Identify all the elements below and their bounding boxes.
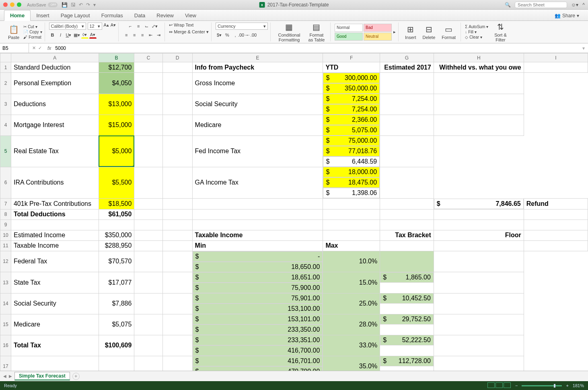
row-header[interactable]: 3 — [0, 94, 11, 115]
cell-B12[interactable]: $70,570 — [99, 251, 134, 272]
decrease-font-icon[interactable]: A▾ — [111, 23, 116, 30]
undo-icon[interactable]: ↶ — [79, 2, 83, 8]
cell-C4[interactable] — [134, 115, 162, 135]
cell-I14[interactable] — [434, 293, 524, 314]
cell-D13[interactable] — [162, 272, 192, 294]
styles-more-icon[interactable]: ▸ — [393, 29, 396, 35]
autosave-toggle[interactable]: AutoSave OFF — [27, 2, 58, 7]
fx-icon[interactable]: fx — [45, 45, 53, 51]
cell-F3[interactable]: $7,254.00 — [323, 94, 380, 104]
cell-A11[interactable]: Taxable Income — [11, 240, 99, 251]
cell-D7[interactable] — [162, 199, 192, 209]
align-left-icon[interactable]: ≡ — [123, 31, 130, 39]
cell-H11[interactable] — [434, 240, 524, 251]
tab-formulas[interactable]: Formulas — [96, 10, 129, 21]
cell-C6[interactable] — [134, 167, 162, 199]
cell-E8[interactable] — [192, 209, 323, 220]
cell-E4[interactable]: Medicare — [192, 115, 323, 135]
cut-button[interactable]: ✂Cut ▾ — [23, 25, 42, 29]
cell-I15[interactable] — [434, 314, 524, 335]
row-header[interactable]: 11 — [0, 240, 11, 251]
percent-icon[interactable]: % — [224, 31, 231, 39]
cell-A7[interactable]: 401k Pre-Tax Contributions — [11, 199, 99, 209]
cell-F6[interactable]: $18,000.00 — [323, 167, 380, 177]
column-header[interactable]: A — [11, 53, 99, 62]
cell-E10[interactable]: Taxable Income — [192, 230, 323, 240]
cell-F5[interactable]: $75,000.00 — [323, 135, 380, 146]
column-header[interactable]: H — [434, 53, 524, 62]
cell-A8[interactable]: Total Deductions — [11, 209, 99, 220]
italic-button[interactable]: I — [57, 31, 64, 39]
cell-B4[interactable]: $15,000 — [99, 115, 134, 135]
number-format-select[interactable]: Currency▾ — [216, 23, 268, 30]
wrap-text-button[interactable]: ↩ Wrap Text — [169, 23, 193, 28]
underline-button[interactable]: U▾ — [65, 31, 72, 39]
tab-review[interactable]: Review — [151, 10, 179, 21]
add-sheet-button[interactable]: + — [72, 373, 80, 380]
decrease-decimal-icon[interactable]: ←.00 — [248, 31, 255, 39]
cell-H12[interactable] — [380, 251, 434, 272]
search-sheet-input[interactable] — [515, 2, 567, 8]
cell-G14[interactable]: 25.0% — [323, 293, 380, 314]
cell-D16[interactable] — [162, 335, 192, 356]
cell-E9[interactable] — [192, 220, 323, 230]
style-normal[interactable]: Normal — [335, 24, 363, 32]
cell-D1[interactable] — [162, 62, 192, 73]
cell-E2[interactable]: Gross Income — [192, 73, 323, 94]
cell-I17[interactable] — [434, 356, 524, 371]
cell-G6[interactable]: $18,475.00 — [323, 177, 380, 188]
cell-A1[interactable]: Standard Deduction — [11, 62, 99, 73]
cell-E11[interactable]: Min — [192, 240, 323, 251]
cell-F7[interactable] — [323, 199, 380, 209]
merge-center-button[interactable]: ⇔ Merge & Center ▾ — [169, 29, 209, 35]
cell-I6[interactable] — [380, 167, 434, 199]
row-header[interactable]: 9 — [0, 220, 11, 230]
cell-C11[interactable] — [134, 240, 162, 251]
cell-I3[interactable] — [434, 94, 524, 115]
cell-D15[interactable] — [162, 314, 192, 335]
cell-C3[interactable] — [134, 94, 162, 115]
clear-button[interactable]: ◇Clear ▾ — [465, 35, 488, 39]
cell-I5[interactable] — [380, 135, 434, 167]
cell-F14[interactable]: $153,100.00 — [193, 304, 323, 314]
cell-C9[interactable] — [134, 220, 162, 230]
cell-A5[interactable]: Real Estate Tax — [11, 135, 99, 167]
format-as-table-button[interactable]: ▤Format as Table — [305, 21, 328, 43]
fill-color-button[interactable]: ◊▾ — [81, 31, 88, 39]
cell-F10[interactable] — [323, 230, 380, 240]
cell-F9[interactable] — [323, 220, 380, 230]
zoom-slider[interactable] — [522, 385, 562, 386]
cell-D14[interactable] — [162, 293, 192, 314]
cell-H15[interactable]: $29,752.50 — [380, 314, 434, 324]
bold-button[interactable]: B — [49, 31, 56, 39]
delete-cells-button[interactable]: ⊟Delete — [420, 24, 438, 41]
conditional-formatting-button[interactable]: ▦Conditional Formatting — [275, 21, 304, 43]
ribbon-toggle-icon[interactable]: ^ — [582, 2, 585, 8]
cell-E3[interactable]: Social Security — [192, 94, 323, 115]
cell-G15[interactable]: 28.0% — [323, 314, 380, 335]
increase-font-icon[interactable]: A▴ — [104, 23, 109, 30]
row-header[interactable]: 13 — [0, 272, 11, 294]
decrease-indent-icon[interactable]: ⇤ — [147, 31, 154, 39]
cell-C1[interactable] — [134, 62, 162, 73]
close-window-button[interactable] — [3, 2, 8, 7]
cell-I9[interactable] — [524, 220, 588, 230]
cell-F2[interactable]: $300,000.00 — [323, 73, 380, 83]
tab-view[interactable]: View — [179, 10, 202, 21]
cell-I10[interactable] — [524, 230, 588, 240]
cell-H3[interactable] — [380, 94, 434, 115]
cell-B6[interactable]: $5,500 — [99, 167, 134, 199]
cell-F1[interactable]: YTD — [323, 62, 380, 73]
cell-B11[interactable]: $288,950 — [99, 240, 134, 251]
row-header[interactable]: 16 — [0, 335, 11, 356]
zoom-level[interactable]: 181% — [573, 383, 584, 388]
row-header[interactable]: 12 — [0, 251, 11, 272]
user-icon[interactable]: ☺▾ — [571, 2, 578, 8]
cell-A14[interactable]: Social Security — [11, 293, 99, 314]
cell-D8[interactable] — [162, 209, 192, 220]
view-buttons[interactable] — [487, 382, 511, 389]
row-header[interactable]: 2 — [0, 73, 11, 94]
cell-D9[interactable] — [162, 220, 192, 230]
cell-G8[interactable] — [380, 209, 434, 220]
cell-I4[interactable] — [434, 115, 524, 135]
